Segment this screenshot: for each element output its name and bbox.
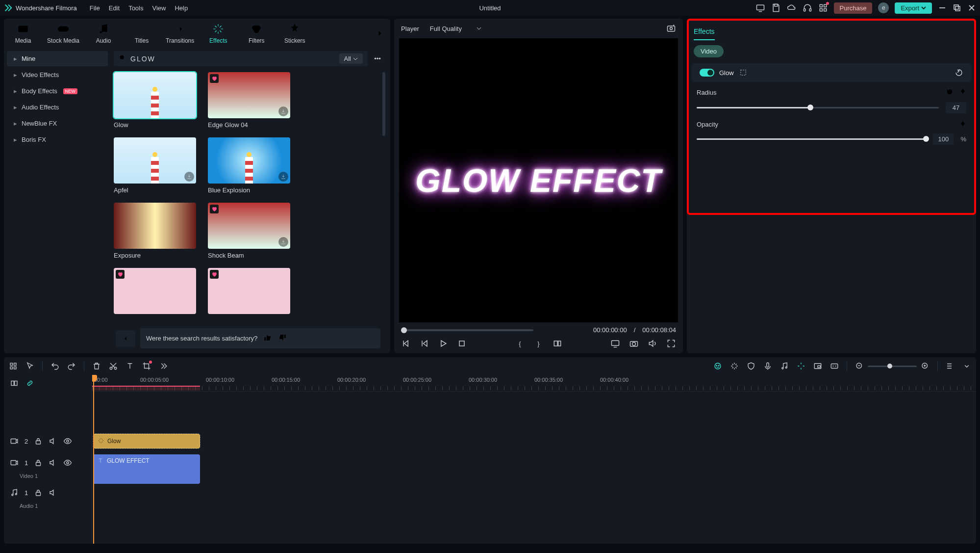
- effect-card-glow[interactable]: Glow: [114, 72, 196, 129]
- lock-icon[interactable]: [34, 458, 43, 467]
- tab-stickers[interactable]: Stickers: [280, 23, 309, 44]
- sparkle-icon[interactable]: [730, 362, 739, 370]
- work-area[interactable]: [92, 386, 200, 391]
- search-input[interactable]: [130, 55, 189, 63]
- volume-icon[interactable]: [648, 339, 657, 348]
- favorite-icon[interactable]: [210, 270, 219, 279]
- window-close-icon[interactable]: [967, 3, 976, 12]
- redo-icon[interactable]: [67, 362, 76, 370]
- quality-dropdown[interactable]: Full Quality: [427, 24, 484, 33]
- play-backward-icon[interactable]: [420, 339, 429, 348]
- radius-slider[interactable]: [697, 107, 939, 108]
- track-lane-v1[interactable]: GLOW EFFECT: [92, 452, 976, 485]
- ai-icon[interactable]: [713, 362, 722, 370]
- reset-all-icon[interactable]: [955, 68, 963, 77]
- category-audio-effects[interactable]: ▸Audio Effects: [7, 100, 108, 115]
- eye-icon[interactable]: [63, 437, 72, 446]
- more-options-icon[interactable]: •••: [373, 55, 382, 62]
- track-lane-v2[interactable]: Glow: [92, 430, 976, 452]
- tab-audio[interactable]: Audio: [89, 23, 118, 44]
- mute-icon[interactable]: [49, 437, 57, 446]
- undo-icon[interactable]: [50, 362, 59, 370]
- color-icon[interactable]: [797, 362, 805, 370]
- download-icon[interactable]: [278, 106, 288, 116]
- reset-radius-icon[interactable]: [946, 88, 954, 97]
- ruler[interactable]: 00:00 00:00:05:00 00:00:10:00 00:00:15:0…: [92, 375, 976, 392]
- avatar[interactable]: e: [878, 2, 889, 13]
- scrollbar[interactable]: [382, 72, 385, 136]
- preview-viewport[interactable]: GLOW EFFECT: [399, 38, 678, 322]
- thumbs-up-icon[interactable]: [263, 333, 272, 343]
- thumbnail-mode-icon[interactable]: [10, 379, 19, 388]
- scrubber[interactable]: [401, 329, 533, 331]
- track-head-a1[interactable]: 1 Audio 1: [4, 485, 92, 512]
- subtab-video[interactable]: Video: [694, 45, 724, 57]
- zoom-in-icon[interactable]: [921, 362, 930, 370]
- camera-icon[interactable]: [629, 339, 639, 348]
- more-tools-icon[interactable]: [159, 362, 168, 370]
- glow-toggle[interactable]: [700, 69, 714, 77]
- text-icon[interactable]: [126, 362, 134, 370]
- lock-icon[interactable]: [34, 437, 43, 446]
- clip-text[interactable]: GLOW EFFECT: [93, 454, 200, 484]
- tab-transitions[interactable]: Transitions: [166, 23, 194, 44]
- mark-out-icon[interactable]: }: [534, 339, 544, 348]
- radius-value[interactable]: 47: [946, 102, 966, 113]
- tab-effects-panel[interactable]: Effects: [694, 24, 715, 40]
- effect-card-edge-glow[interactable]: Edge Glow 04: [208, 72, 290, 129]
- filter-all-dropdown[interactable]: All: [339, 53, 363, 64]
- snapshot-icon[interactable]: [666, 24, 676, 33]
- close-icon[interactable]: [367, 334, 375, 343]
- monitor-icon[interactable]: [755, 3, 765, 13]
- export-button[interactable]: Export: [895, 2, 932, 14]
- collapse-sidebar-button[interactable]: [116, 330, 135, 347]
- menu-help[interactable]: Help: [175, 4, 188, 12]
- tabs-more-icon[interactable]: [375, 28, 385, 39]
- effect-card-blue-explosion[interactable]: Blue Explosion: [208, 137, 290, 194]
- fullscreen-icon[interactable]: [666, 339, 676, 348]
- effect-card-exposure[interactable]: Exposure: [114, 203, 196, 259]
- opacity-slider[interactable]: [697, 138, 926, 140]
- track-head-v1[interactable]: 1 Video 1: [4, 452, 92, 485]
- keyframe-radius-icon[interactable]: [959, 88, 966, 97]
- category-boris-fx[interactable]: ▸Boris FX: [7, 132, 108, 147]
- shield-icon[interactable]: [747, 362, 755, 370]
- menu-tools[interactable]: Tools: [128, 4, 143, 12]
- stop-icon[interactable]: [457, 339, 467, 348]
- bounding-box-icon[interactable]: [739, 68, 748, 77]
- download-icon[interactable]: [278, 237, 288, 247]
- category-newblue-fx[interactable]: ▸NewBlue FX: [7, 116, 108, 131]
- chevron-down-icon[interactable]: [962, 362, 971, 370]
- tab-titles[interactable]: Titles: [127, 23, 156, 44]
- favorite-icon[interactable]: [116, 270, 125, 279]
- pip-icon[interactable]: [813, 362, 822, 370]
- mute-icon[interactable]: [49, 458, 57, 467]
- effect-card-apfel[interactable]: Apfel: [114, 137, 196, 194]
- menu-view[interactable]: View: [152, 4, 166, 12]
- cut-icon[interactable]: [109, 362, 118, 370]
- window-maximize-icon[interactable]: [953, 3, 961, 12]
- category-body-effects[interactable]: ▸Body EffectsNEW: [7, 83, 108, 99]
- effect-card-7[interactable]: [114, 268, 196, 314]
- link-icon[interactable]: [25, 379, 34, 388]
- menu-edit[interactable]: Edit: [109, 4, 120, 12]
- track-head-v2[interactable]: 2: [4, 430, 92, 452]
- window-minimize-icon[interactable]: [938, 3, 947, 12]
- prev-frame-icon[interactable]: [401, 339, 411, 348]
- purchase-button[interactable]: Purchase: [834, 2, 873, 14]
- play-icon[interactable]: [438, 339, 448, 348]
- category-mine[interactable]: ▸Mine: [7, 51, 108, 66]
- clip-glow[interactable]: Glow: [93, 434, 200, 448]
- menu-file[interactable]: File: [90, 4, 100, 12]
- eye-icon[interactable]: [63, 458, 72, 467]
- cursor-icon[interactable]: [25, 362, 34, 370]
- thumbs-down-icon[interactable]: [278, 333, 287, 343]
- zoom-out-icon[interactable]: [855, 362, 864, 370]
- caption-icon[interactable]: [830, 362, 839, 370]
- favorite-icon[interactable]: [210, 74, 219, 83]
- effect-card-8[interactable]: [208, 268, 290, 314]
- mute-icon[interactable]: [49, 488, 57, 497]
- tab-stock-media[interactable]: Stock Media: [47, 23, 79, 44]
- crop-icon[interactable]: [142, 362, 151, 370]
- timeline-options-icon[interactable]: [946, 362, 955, 370]
